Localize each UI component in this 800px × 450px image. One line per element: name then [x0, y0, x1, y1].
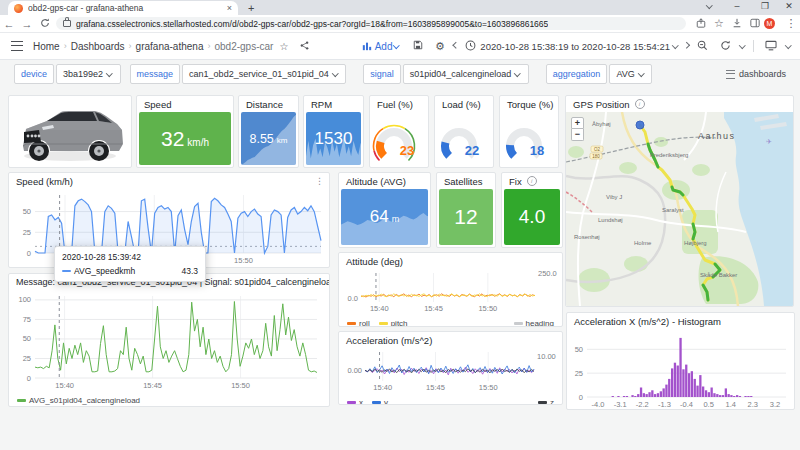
- histogram-panel: Acceleration X (m/s^2) - Histogram 02550…: [566, 312, 795, 410]
- back-icon[interactable]: ←: [0, 18, 18, 30]
- panel-title[interactable]: Fuel (%): [370, 96, 428, 112]
- window-chevron-icon[interactable]: [702, 1, 716, 11]
- chart-tooltip: 2020-10-28 15:39:42 AVG_speedkmh 43.3: [54, 246, 206, 282]
- svg-text:15:50: 15:50: [231, 381, 250, 390]
- add-button[interactable]: Add: [362, 41, 401, 52]
- legend-swatch: [347, 401, 356, 404]
- dashboards-button[interactable]: dashboards: [726, 69, 786, 79]
- tooltip-value: 43.3: [181, 266, 198, 276]
- panel-title[interactable]: Altitude (AVG): [339, 173, 430, 189]
- breadcrumb-separator: ›: [129, 41, 132, 51]
- legend-item[interactable]: roll: [347, 319, 370, 327]
- panel-title[interactable]: Attitude (deg): [339, 253, 562, 269]
- attitude-chart[interactable]: 15:4015:4515:500.0250.0: [339, 269, 562, 313]
- tv-mode-chevron-icon[interactable]: [785, 42, 791, 48]
- panel-title[interactable]: Acceleration X (m/s^2) - Histogram: [567, 313, 794, 329]
- map-zoom-out-button[interactable]: −: [571, 129, 584, 141]
- breadcrumb-item[interactable]: Dashboards: [71, 41, 125, 52]
- svg-text:50: 50: [23, 334, 31, 343]
- svg-text:Viby J: Viby J: [606, 194, 622, 200]
- acceleration-x-histogram[interactable]: 02550-4.0-3.1-2.2-1.3-0.40.51.42.33.2: [567, 329, 794, 409]
- message-label: message: [130, 64, 181, 84]
- svg-text:100: 100: [18, 295, 31, 304]
- save-dashboard-icon[interactable]: [413, 40, 423, 52]
- refresh-interval-chevron-icon[interactable]: [739, 42, 745, 48]
- svg-text:23: 23: [400, 143, 414, 158]
- time-shift-forward-icon[interactable]: [683, 42, 689, 48]
- download-icon[interactable]: [728, 18, 746, 30]
- panel-title[interactable]: Load (%): [435, 96, 493, 112]
- panel-title[interactable]: RPM: [304, 96, 363, 112]
- time-range-picker[interactable]: 2020-10-28 15:38:19 to 2020-10-28 15:54:…: [480, 41, 680, 52]
- share-dashboard-icon[interactable]: [300, 41, 309, 52]
- url-bar[interactable]: grafana.csselectronics.stellarhosted.com…: [56, 17, 686, 30]
- signal-select[interactable]: s01pid04_calcengineload: [403, 64, 529, 84]
- side-panel-icon[interactable]: [746, 18, 764, 30]
- attitude-legend: rollpitchheading: [339, 317, 562, 327]
- favorite-star-icon[interactable]: ☆: [279, 41, 288, 52]
- svg-text:Aarhus: Aarhus: [698, 131, 736, 141]
- browser-menu-kebab-icon[interactable]: ⋮: [782, 17, 800, 30]
- car-image-panel: [8, 95, 132, 168]
- attitude-chart-panel: Attitude (deg) 15:4015:4515:500.0250.0 r…: [338, 252, 563, 327]
- aggregation-select[interactable]: AVG: [609, 64, 652, 84]
- breadcrumb-item[interactable]: grafana-athena: [136, 41, 204, 52]
- svg-text:-1.3: -1.3: [658, 400, 671, 409]
- svg-text:Saralyst: Saralyst: [662, 207, 684, 213]
- legend-item[interactable]: z: [538, 398, 554, 405]
- fix-stat-panel: Fixi 4.0: [501, 172, 563, 248]
- reload-icon[interactable]: [36, 18, 54, 30]
- signal-label: signal: [363, 64, 401, 84]
- panel-menu-kebab-icon[interactable]: ⋮: [315, 176, 324, 186]
- message-select[interactable]: can1_obd2_service_01_s01pid_04: [182, 64, 346, 84]
- panel-title[interactable]: Distance: [239, 96, 298, 112]
- window-restore-button[interactable]: ❐: [758, 1, 772, 11]
- info-icon[interactable]: i: [635, 99, 645, 109]
- load-gauge: 22: [437, 114, 493, 166]
- zoom-out-time-icon[interactable]: [697, 40, 708, 53]
- gps-position-panel: GPS Positioni + − ✈: [565, 95, 794, 307]
- menu-hamburger-icon[interactable]: [11, 41, 23, 51]
- fix-value: 4.0: [519, 206, 545, 228]
- legend-item[interactable]: AVG_s01pid04_calcengineload: [17, 396, 140, 405]
- tooltip-series-name: AVG_speedkmh: [74, 266, 135, 276]
- panel-title[interactable]: Fixi: [502, 173, 562, 189]
- breadcrumb-item[interactable]: Home: [33, 41, 60, 52]
- legend-swatch: [17, 399, 26, 402]
- info-icon[interactable]: i: [527, 176, 537, 186]
- bookmark-star-icon[interactable]: ☆: [710, 17, 728, 30]
- panel-title[interactable]: Torque (%): [500, 96, 558, 112]
- breadcrumb-item[interactable]: obd2-gps-car: [214, 41, 273, 52]
- svg-text:50: 50: [23, 207, 31, 216]
- browser-toolbar: ← → grafana.csselectronics.stellarhosted…: [0, 15, 800, 33]
- tv-mode-icon[interactable]: [765, 40, 777, 53]
- new-tab-button[interactable]: +: [248, 2, 254, 14]
- map-zoom-in-button[interactable]: +: [571, 117, 584, 129]
- profile-avatar[interactable]: M: [764, 18, 782, 29]
- legend-item[interactable]: pitch: [379, 319, 408, 327]
- svg-text:15:45: 15:45: [143, 381, 162, 390]
- forward-icon[interactable]: →: [18, 18, 36, 30]
- device-select[interactable]: 3ba199e2: [56, 64, 121, 84]
- panel-title[interactable]: Satellites: [437, 173, 495, 189]
- grafana-header: Home›Dashboards›grafana-athena›obd2-gps-…: [0, 33, 800, 60]
- dashboard-settings-gear-icon[interactable]: ⚙: [435, 40, 445, 53]
- time-shift-back-icon[interactable]: [453, 42, 459, 48]
- gps-map[interactable]: ✈ ÅbyhøjAarhusFrederiksbjergViby JSaraly…: [566, 112, 793, 306]
- acceleration-chart[interactable]: 15:4015:4515:500.0010.00: [339, 348, 562, 392]
- message-chart[interactable]: 025507510015:4015:4515:50: [9, 290, 329, 390]
- legend-item[interactable]: x: [347, 398, 363, 405]
- share-icon[interactable]: [692, 18, 710, 30]
- panel-title[interactable]: Speed: [137, 96, 233, 112]
- window-close-button[interactable]: ✕: [782, 1, 796, 11]
- panel-title[interactable]: Speed (km/h): [9, 173, 329, 189]
- altitude-stat-block: 64m: [341, 189, 428, 245]
- tab-close-icon[interactable]: ×: [227, 3, 232, 13]
- browser-tab[interactable]: obd2-gps-car - grafana-athena ×: [8, 1, 238, 15]
- window-minimize-button[interactable]: –: [730, 1, 744, 11]
- panel-title[interactable]: GPS Positioni: [566, 96, 793, 112]
- legend-item[interactable]: heading: [514, 319, 554, 327]
- refresh-icon[interactable]: [720, 40, 731, 53]
- panel-title[interactable]: Acceleration (m/s^2): [339, 332, 562, 348]
- legend-item[interactable]: y: [372, 398, 388, 405]
